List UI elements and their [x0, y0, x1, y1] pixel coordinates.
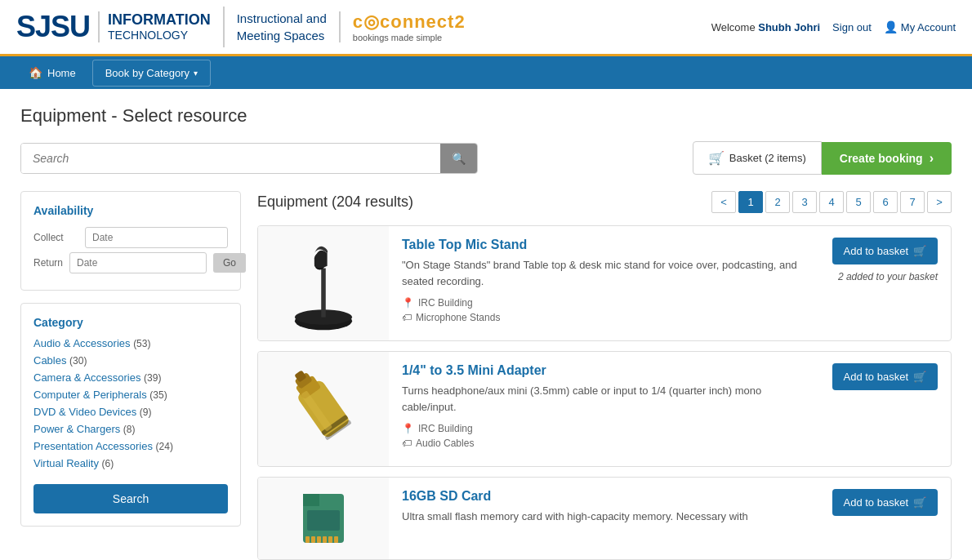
category-section: Category Audio & Accessories (53) Cables…	[20, 303, 241, 527]
category-cables-link[interactable]: Cables (30)	[33, 354, 87, 367]
basket-create-group: 🛒 Basket (2 items) Create booking ›	[693, 141, 952, 175]
arrow-icon: ›	[930, 151, 934, 166]
connect2-sub: bookings made simple	[353, 33, 442, 42]
page-content: Equipment - Select resource 🔍 🛒 Basket (…	[0, 89, 972, 560]
item-description-3: Ultra small flash memory card with high-…	[402, 509, 806, 525]
item-details-2: 1/4" to 3.5 Mini Adapter Turns headphone…	[389, 352, 819, 466]
item-image-3	[258, 478, 389, 559]
pagination-page-4[interactable]: 4	[819, 191, 844, 213]
page-title: Equipment - Select resource	[20, 105, 952, 127]
add-basket-button-2[interactable]: Add to basket 🛒	[832, 363, 939, 390]
category-camera-link[interactable]: Camera & Accessories (39)	[33, 371, 161, 384]
collect-date-input[interactable]	[85, 227, 228, 248]
pagination-next[interactable]: >	[927, 191, 952, 213]
create-booking-button[interactable]: Create booking ›	[822, 142, 952, 175]
connect2-logo: c◎connect2 bookings made simple	[339, 11, 466, 42]
results-area: Equipment (204 results) < 1 2 3 4 5 6 7 …	[257, 191, 952, 560]
add-basket-button-1[interactable]: Add to basket 🛒	[832, 238, 939, 264]
category-title: Category	[33, 316, 228, 329]
sidebar: Availability Collect Return Go Category …	[20, 191, 241, 560]
it-main-text: INFORMATION	[108, 11, 211, 29]
return-row: Return Go	[33, 252, 228, 273]
pagination-page-6[interactable]: 6	[873, 191, 898, 213]
location-icon-1: 📍	[402, 297, 414, 309]
nav-category-link[interactable]: Book by Category ▾	[92, 60, 211, 87]
return-label: Return	[33, 257, 63, 269]
category-presentation-link[interactable]: Presentation Accessories (24)	[33, 440, 173, 452]
list-item: Presentation Accessories (24)	[33, 440, 228, 452]
category-power-link[interactable]: Power & Chargers (8)	[33, 423, 136, 435]
svg-rect-13	[307, 510, 340, 531]
welcome-text: Welcome Shubh Johri	[711, 21, 820, 33]
item-location-2: 📍 IRC Building	[402, 423, 806, 434]
pagination-page-3[interactable]: 3	[792, 191, 817, 213]
svg-rect-14	[305, 536, 310, 543]
list-item: Power & Chargers (8)	[33, 423, 228, 435]
pagination-prev[interactable]: <	[711, 191, 736, 213]
item-category-2: 🏷 Audio Cables	[402, 438, 806, 449]
category-list: Audio & Accessories (53) Cables (30) Cam…	[33, 337, 228, 469]
mic-stand-image	[283, 234, 364, 332]
list-item: Virtual Reality (6)	[33, 457, 228, 469]
item-title-3: 16GB SD Card	[402, 489, 806, 504]
equipment-item-3: 16GB SD Card Ultra small flash memory ca…	[257, 477, 952, 560]
svg-rect-2	[321, 269, 326, 318]
it-sub-text: TECHNOLOGY	[108, 29, 211, 42]
list-item: DVD & Video Devices (9)	[33, 406, 228, 418]
pagination-page-7[interactable]: 7	[900, 191, 925, 213]
item-location-1: 📍 IRC Building	[402, 297, 806, 309]
go-button[interactable]: Go	[213, 253, 246, 273]
location-icon-2: 📍	[402, 423, 414, 434]
pagination-page-5[interactable]: 5	[846, 191, 871, 213]
item-category-1: 🏷 Microphone Stands	[402, 312, 806, 323]
category-computer-link[interactable]: Computer & Peripherals (35)	[33, 389, 167, 401]
svg-marker-12	[303, 494, 319, 506]
pagination-page-1[interactable]: 1	[738, 191, 763, 213]
pagination-page-2[interactable]: 2	[765, 191, 790, 213]
list-item: Computer & Peripherals (35)	[33, 389, 228, 401]
svg-rect-17	[323, 536, 327, 543]
header-right: Welcome Shubh Johri Sign out 👤 My Accoun…	[711, 20, 956, 33]
search-filter-button[interactable]: Search	[33, 484, 228, 513]
ims-line2: Meeting Spaces	[237, 27, 327, 44]
svg-rect-16	[317, 536, 321, 543]
equipment-item-1: Table Top Mic Stand "On Stage Stands" br…	[257, 225, 952, 341]
my-account-link[interactable]: 👤 My Account	[884, 20, 956, 33]
sjsu-logo: SJSU	[16, 10, 90, 44]
availability-title: Availability	[33, 204, 228, 217]
category-audio-link[interactable]: Audio & Accessories (53)	[33, 337, 150, 349]
header-left: SJSU INFORMATION TECHNOLOGY Instructiona…	[16, 7, 466, 47]
item-action-3: Add to basket 🛒	[819, 478, 952, 559]
sign-out-link[interactable]: Sign out	[832, 21, 872, 33]
connect2-brand: c◎connect2	[353, 11, 466, 33]
basket-icon: 🛒	[708, 150, 725, 166]
results-title: Equipment (204 results)	[257, 193, 413, 211]
svg-rect-19	[334, 536, 338, 543]
main-layout: Availability Collect Return Go Category …	[20, 191, 952, 560]
search-icon-button[interactable]: 🔍	[440, 144, 477, 173]
chevron-down-icon: ▾	[194, 69, 198, 78]
item-description-1: "On Stage Stands" brand Table top & desk…	[402, 257, 806, 289]
results-header: Equipment (204 results) < 1 2 3 4 5 6 7 …	[257, 191, 952, 213]
list-item: Cables (30)	[33, 354, 228, 367]
collect-label: Collect	[33, 232, 78, 243]
category-vr-link[interactable]: Virtual Reality (6)	[33, 457, 114, 469]
svg-rect-18	[328, 536, 332, 543]
add-basket-button-3[interactable]: Add to basket 🛒	[832, 489, 939, 516]
search-input[interactable]	[21, 144, 440, 173]
category-dvd-link[interactable]: DVD & Video Devices (9)	[33, 406, 152, 418]
basket-btn-icon-2: 🛒	[913, 371, 926, 383]
return-date-input[interactable]	[69, 252, 207, 273]
home-icon: 🏠	[29, 66, 42, 79]
pagination: < 1 2 3 4 5 6 7 >	[711, 191, 952, 213]
item-details-3: 16GB SD Card Ultra small flash memory ca…	[389, 478, 819, 559]
item-meta-1: 📍 IRC Building 🏷 Microphone Stands	[402, 297, 806, 323]
item-details-1: Table Top Mic Stand "On Stage Stands" br…	[389, 226, 819, 340]
ims-text: Instructional and Meeting Spaces	[237, 10, 327, 44]
equipment-item-2: 1/4" to 3.5 Mini Adapter Turns headphone…	[257, 351, 952, 467]
nav-home-link[interactable]: 🏠 Home	[16, 60, 88, 86]
basket-btn-icon-3: 🛒	[913, 496, 926, 509]
basket-button[interactable]: 🛒 Basket (2 items)	[693, 141, 822, 175]
item-action-1: Add to basket 🛒 2 added to your basket	[819, 226, 952, 340]
magnifier-icon: 🔍	[452, 152, 466, 165]
